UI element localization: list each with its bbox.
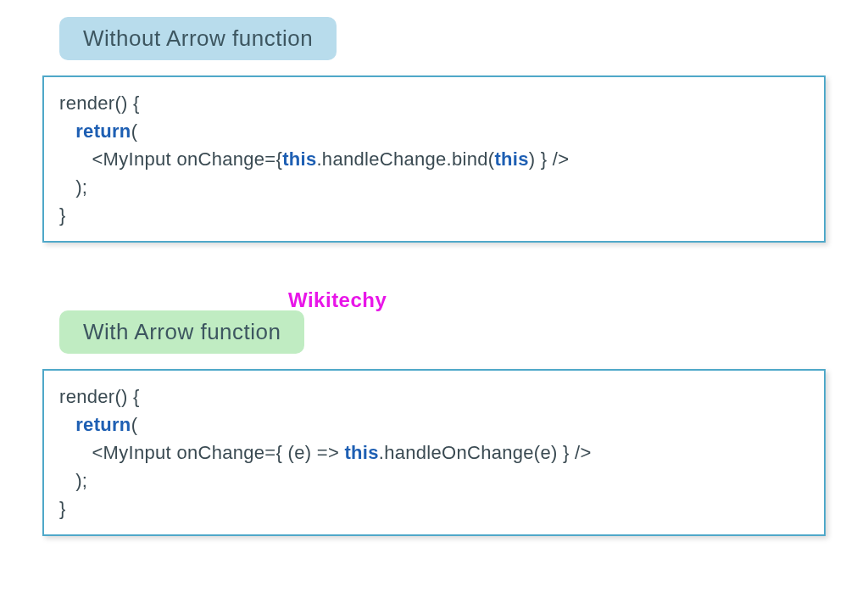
code-line: <MyInput onChange={ (e) => this.handleOn… xyxy=(59,439,809,467)
code-text: <MyInput onChange={ (e) => xyxy=(59,442,344,463)
code-line: render() { xyxy=(59,89,809,117)
code-text: ) } /> xyxy=(529,148,570,170)
code-text: <MyInput onChange={ xyxy=(59,148,282,170)
keyword-this: this xyxy=(494,148,528,170)
keyword-return: return xyxy=(75,120,131,142)
code-line: } xyxy=(59,495,809,523)
watermark-text: Wikitechy xyxy=(288,288,387,312)
code-text: ( xyxy=(131,414,138,435)
section-with-arrow: With Arrow function render() { return( <… xyxy=(42,310,826,536)
code-line: <MyInput onChange={this.handleChange.bin… xyxy=(59,145,809,173)
code-text: .handleOnChange(e) } /> xyxy=(379,442,592,463)
code-text: .handleChange.bind( xyxy=(316,148,494,170)
keyword-return: return xyxy=(75,414,131,435)
heading-without-arrow: Without Arrow function xyxy=(59,17,337,60)
code-box-with-arrow: render() { return( <MyInput onChange={ (… xyxy=(42,369,826,536)
code-line: return( xyxy=(59,411,809,439)
spacer xyxy=(42,268,826,310)
section-without-arrow: Without Arrow function render() { return… xyxy=(42,17,826,243)
code-text xyxy=(59,414,75,435)
code-text xyxy=(59,120,75,142)
code-line: ); xyxy=(59,173,809,201)
code-text: ( xyxy=(131,120,138,142)
keyword-this: this xyxy=(344,442,378,463)
code-line: render() { xyxy=(59,383,809,411)
code-line: } xyxy=(59,201,809,229)
code-line: return( xyxy=(59,117,809,145)
heading-with-arrow: With Arrow function xyxy=(59,310,304,354)
code-box-without-arrow: render() { return( <MyInput onChange={th… xyxy=(42,75,826,243)
code-line: ); xyxy=(59,467,809,495)
keyword-this: this xyxy=(282,148,316,170)
